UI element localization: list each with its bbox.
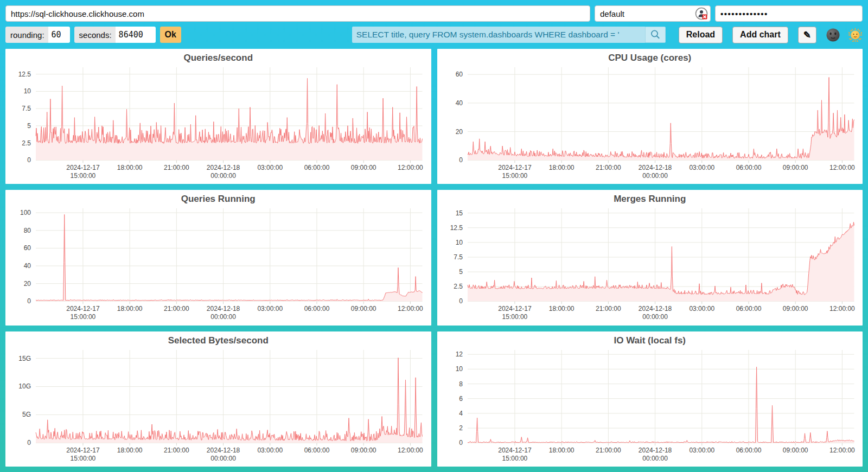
svg-text:0: 0 <box>459 156 463 164</box>
svg-text:03:00:00: 03:00:00 <box>689 447 714 454</box>
svg-text:06:00:00: 06:00:00 <box>736 447 761 454</box>
chart-card-cpu-usage: CPU Usage (cores) 02040602024-12-1715:00… <box>437 49 863 184</box>
chart-title: Queries Running <box>5 194 431 205</box>
seconds-input[interactable] <box>116 27 156 43</box>
svg-text:21:00:00: 21:00:00 <box>595 305 621 313</box>
svg-text:4: 4 <box>459 410 463 417</box>
svg-text:10: 10 <box>24 87 31 95</box>
toolbar: rounding: seconds: Ok Reload Add chart ✎ <box>5 26 863 43</box>
svg-text:12:00:00: 12:00:00 <box>398 447 423 454</box>
chart-title: Queries/second <box>5 53 431 63</box>
reload-button[interactable]: Reload <box>679 27 723 43</box>
chart-card-selected-bytes: Selected Bytes/second 05G10G15G2024-12-1… <box>5 331 431 467</box>
svg-text:06:00:00: 06:00:00 <box>736 164 761 171</box>
svg-text:18:00:00: 18:00:00 <box>117 164 143 171</box>
svg-text:80: 80 <box>24 227 31 234</box>
chart-title: Selected Bytes/second <box>5 335 431 346</box>
dashboard-query-input[interactable] <box>352 27 645 43</box>
password-manager-icon[interactable] <box>695 7 708 20</box>
seconds-field: seconds: <box>74 27 156 43</box>
svg-text:12:00:00: 12:00:00 <box>398 305 423 313</box>
svg-text:18:00:00: 18:00:00 <box>548 447 574 454</box>
svg-text:06:00:00: 06:00:00 <box>304 164 330 171</box>
svg-text:0: 0 <box>459 439 463 447</box>
svg-text:2.5: 2.5 <box>454 283 463 291</box>
svg-text:12:00:00: 12:00:00 <box>829 164 855 171</box>
svg-text:10G: 10G <box>18 382 31 390</box>
svg-text:09:00:00: 09:00:00 <box>351 164 376 171</box>
svg-text:12:00:00: 12:00:00 <box>829 305 855 313</box>
chart-title: IO Wait (local fs) <box>437 335 863 346</box>
ok-button[interactable]: Ok <box>160 27 181 43</box>
svg-text:6: 6 <box>459 394 463 402</box>
svg-text:06:00:00: 06:00:00 <box>736 305 761 313</box>
chart-card-io-wait: IO Wait (local fs) 0246810122024-12-1715… <box>437 331 863 467</box>
svg-text:5: 5 <box>27 122 31 130</box>
svg-text:00:00:00: 00:00:00 <box>642 172 668 180</box>
dashboard-query-group <box>352 27 666 43</box>
svg-text:0: 0 <box>27 156 31 164</box>
svg-text:2024-12-18: 2024-12-18 <box>638 305 672 313</box>
add-chart-button[interactable]: Add chart <box>732 27 788 43</box>
dark-theme-moon-icon[interactable] <box>826 28 840 42</box>
pencil-icon: ✎ <box>803 30 811 40</box>
svg-text:00:00:00: 00:00:00 <box>642 455 668 462</box>
svg-text:2024-12-17: 2024-12-17 <box>66 164 100 171</box>
svg-text:03:00:00: 03:00:00 <box>257 305 283 313</box>
chart-title: CPU Usage (cores) <box>437 53 863 63</box>
chart-title: Merges Running <box>437 194 863 205</box>
chart-plot-area[interactable]: 0204060801002024-12-1715:00:0018:00:0021… <box>5 190 431 325</box>
svg-text:00:00:00: 00:00:00 <box>210 455 236 462</box>
svg-text:12.5: 12.5 <box>450 224 463 232</box>
username-input[interactable] <box>595 5 711 22</box>
svg-text:12.5: 12.5 <box>18 71 31 78</box>
svg-text:15: 15 <box>455 209 463 217</box>
svg-text:12: 12 <box>455 350 463 358</box>
svg-text:15:00:00: 15:00:00 <box>71 455 96 462</box>
svg-text:15G: 15G <box>18 354 31 362</box>
chart-plot-area[interactable]: 05G10G15G2024-12-1715:00:0018:00:0021:00… <box>5 331 431 467</box>
svg-text:09:00:00: 09:00:00 <box>782 447 808 454</box>
svg-text:2024-12-17: 2024-12-17 <box>498 447 532 454</box>
svg-text:00:00:00: 00:00:00 <box>210 314 236 321</box>
chart-plot-area[interactable]: 02.557.51012.5152024-12-1715:00:0018:00:… <box>437 190 863 325</box>
svg-text:60: 60 <box>24 245 31 252</box>
svg-text:15:00:00: 15:00:00 <box>71 172 96 180</box>
svg-text:15:00:00: 15:00:00 <box>502 314 527 321</box>
svg-text:09:00:00: 09:00:00 <box>351 447 376 454</box>
chart-plot-area[interactable]: 02.557.51012.52024-12-1715:00:0018:00:00… <box>5 49 431 184</box>
svg-text:18:00:00: 18:00:00 <box>548 164 574 171</box>
svg-text:10: 10 <box>455 239 463 246</box>
svg-text:21:00:00: 21:00:00 <box>595 164 621 171</box>
password-input[interactable] <box>715 5 863 22</box>
svg-text:7.5: 7.5 <box>22 105 31 112</box>
svg-text:15:00:00: 15:00:00 <box>71 314 96 321</box>
svg-text:21:00:00: 21:00:00 <box>164 305 189 313</box>
username-field-wrap <box>595 5 711 22</box>
chart-card-merges-running: Merges Running 02.557.51012.5152024-12-1… <box>437 190 863 325</box>
chart-plot-area[interactable]: 0246810122024-12-1715:00:0018:00:0021:00… <box>437 331 863 467</box>
svg-text:8: 8 <box>459 380 463 387</box>
svg-text:2024-12-17: 2024-12-17 <box>66 305 100 313</box>
svg-text:60: 60 <box>455 71 463 78</box>
svg-text:18:00:00: 18:00:00 <box>117 447 143 454</box>
svg-text:15:00:00: 15:00:00 <box>502 455 527 462</box>
svg-text:09:00:00: 09:00:00 <box>782 164 808 171</box>
chart-card-queries-per-second: Queries/second 02.557.51012.52024-12-171… <box>5 49 431 184</box>
search-button[interactable] <box>645 27 666 43</box>
svg-text:21:00:00: 21:00:00 <box>595 447 621 454</box>
chart-plot-area[interactable]: 02040602024-12-1715:00:0018:00:0021:00:0… <box>437 49 863 184</box>
svg-text:2: 2 <box>459 424 463 432</box>
svg-text:2024-12-18: 2024-12-18 <box>207 305 240 313</box>
edit-button[interactable]: ✎ <box>798 27 816 43</box>
svg-text:09:00:00: 09:00:00 <box>782 305 808 313</box>
svg-text:0: 0 <box>459 298 463 305</box>
clickhouse-dashboard-page: rounding: seconds: Ok Reload Add chart ✎ <box>5 5 863 467</box>
light-theme-sun-icon[interactable] <box>848 28 863 42</box>
host-url-input[interactable] <box>5 5 590 22</box>
svg-text:5G: 5G <box>22 411 31 418</box>
connection-bar <box>5 5 863 22</box>
rounding-input[interactable] <box>48 27 70 43</box>
seconds-label: seconds: <box>74 27 116 43</box>
svg-text:20: 20 <box>455 128 463 136</box>
